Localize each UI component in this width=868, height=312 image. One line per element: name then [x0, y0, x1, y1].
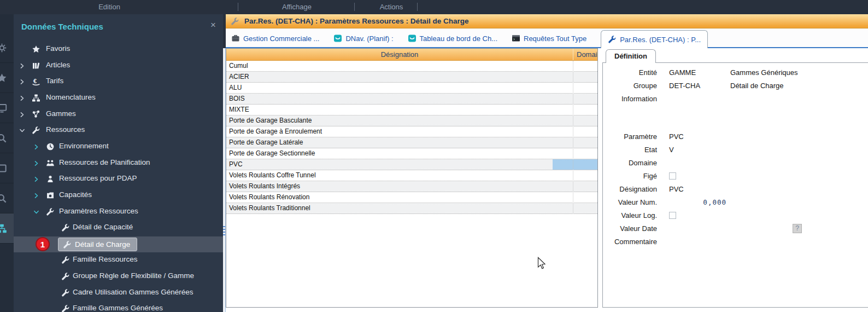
field-value-secondary: Détail de Charge: [730, 82, 784, 90]
sidebar-item-articles[interactable]: Articles: [14, 58, 223, 74]
close-icon[interactable]: ×: [210, 20, 216, 31]
field-row: EntitéGAMMEGammes Génériques: [605, 66, 867, 79]
table-row[interactable]: PVC: [226, 159, 597, 170]
checkbox-valeur-log-[interactable]: [669, 212, 676, 219]
clock-icon: [46, 142, 55, 151]
menu-item-edition[interactable]: Edition: [71, 2, 148, 13]
activity-button-window[interactable]: [0, 153, 14, 183]
chevron-right-icon[interactable]: [33, 176, 40, 183]
chevron-right-icon[interactable]: [33, 143, 40, 151]
table-row[interactable]: Porte de Garage Basculante: [226, 115, 597, 126]
books-icon: [32, 61, 40, 70]
sidebar-item-favoris[interactable]: Favoris: [14, 42, 223, 57]
nodes-icon: [32, 110, 40, 119]
sidebar-item-cadre-utilisation-gammes-générées[interactable]: Cadre Utilisation Gammes Générées: [14, 285, 223, 301]
table-row[interactable]: Porte de Garage Latérale: [226, 137, 597, 148]
field-label: Valeur Num.: [605, 198, 657, 206]
tab-label: Requêtes Tout Type: [524, 34, 587, 43]
tree-item-label: Ressources de Planification: [59, 158, 150, 166]
table-row[interactable]: Porte de Garage à Enroulement: [226, 126, 597, 137]
field-row: ParamètrePVC: [605, 130, 867, 143]
chevron-right-icon[interactable]: [19, 95, 26, 102]
activity-button-gear[interactable]: [0, 33, 14, 63]
table-row[interactable]: Cumul: [226, 61, 597, 72]
sidebar-item-environnement[interactable]: Environnement: [14, 139, 223, 155]
sitemap-icon: [32, 94, 40, 102]
tree-item-label: Famille Gammes Générées: [73, 304, 163, 312]
field-value[interactable]: PVC: [669, 185, 730, 193]
column-header-domaine[interactable]: Domaine: [573, 49, 597, 60]
tree-item-label: Paramètres Ressources: [59, 207, 138, 215]
search-icon: [0, 193, 7, 204]
sidebar-item-ressources[interactable]: Ressources: [14, 123, 223, 138]
sidebar-item-détail-de-capacité[interactable]: Détail de Capacité: [14, 220, 223, 236]
sidebar-item-tarifs[interactable]: €Tarifs: [14, 74, 223, 90]
menu-separator: [354, 3, 355, 11]
tree-item-label: Capacités: [59, 190, 92, 199]
sidebar-item-nomenclatures[interactable]: Nomenclatures: [14, 90, 223, 106]
table-row[interactable]: ALU: [226, 83, 597, 94]
sidebar-item-paramètres-ressources[interactable]: Paramètres Ressources: [14, 204, 223, 220]
sidebar-item-famille-gammes-générées[interactable]: Famille Gammes Générées: [14, 301, 223, 312]
sidebar-item-groupe-règle-de-flexibilite-gamme[interactable]: Groupe Règle de Flexibilite / Gamme: [14, 269, 223, 285]
tab-definition[interactable]: Définition: [606, 49, 656, 63]
sidebar-item-ressources-pour-pdap[interactable]: Ressources pour PDAP: [14, 171, 223, 187]
cell-designation: Volets Roulants Intégrés: [229, 182, 300, 190]
wrench-icon: [61, 304, 70, 312]
cell-designation: Volets Roulants Rénovation: [229, 193, 309, 201]
table-row[interactable]: Porte de Garage Sectionnelle: [226, 148, 597, 159]
table-row[interactable]: Volets Roulants Intégrés: [226, 181, 597, 192]
chevron-right-icon[interactable]: [19, 78, 26, 85]
chevron-right-icon[interactable]: [33, 192, 40, 199]
chevron-right-icon[interactable]: [33, 160, 40, 167]
activity-button-monitor[interactable]: [0, 93, 14, 123]
menu-item-actions[interactable]: Actions: [358, 2, 425, 13]
field-spacer: [605, 105, 867, 130]
table-row[interactable]: BOIS: [226, 94, 597, 105]
field-value[interactable]: V: [669, 146, 730, 154]
checkbox-figé[interactable]: [669, 172, 676, 180]
chevron-down-icon[interactable]: [33, 209, 40, 216]
mouse-cursor-icon: [537, 257, 546, 270]
tab-tableau-de-bord-de-ch[interactable]: Tableau de bord de Ch...: [408, 34, 497, 43]
tab-dnav-planif[interactable]: DNav. (Planif) :: [333, 34, 393, 43]
activity-button-star[interactable]: [0, 63, 14, 93]
wrench-icon: [231, 17, 239, 26]
tab-requ-tes-tout-type[interactable]: Requêtes Tout Type: [512, 34, 587, 43]
date-picker-button[interactable]: ?: [793, 224, 802, 233]
column-header-designation[interactable]: Désignation: [226, 49, 573, 60]
field-value[interactable]: PVC: [669, 132, 730, 141]
sidebar-item-famille-ressources[interactable]: Famille Ressources: [14, 252, 223, 268]
tab-par-res-det-cha-p[interactable]: Par.Res. (DET-CHA) : P...: [601, 30, 708, 48]
tab-label: DNav. (Planif) :: [345, 34, 393, 43]
menu-item-affichage[interactable]: Affichage: [261, 2, 332, 13]
sidebar-item-ressources-de-planification[interactable]: Ressources de Planification: [14, 155, 223, 171]
selected-cell[interactable]: [553, 159, 597, 170]
chevron-right-icon[interactable]: [19, 111, 26, 118]
table-row[interactable]: MIXTE: [226, 105, 597, 115]
sidebar-item-capacités[interactable]: Capacités: [14, 188, 223, 204]
sidebar-item-détail-de-charge[interactable]: Détail de Charge1: [14, 236, 223, 252]
field-value[interactable]: GAMME: [669, 68, 730, 77]
activity-button-search[interactable]: [0, 123, 14, 153]
field-row: GroupeDET-CHADétail de Charge: [605, 79, 867, 92]
selected-item-box[interactable]: Détail de Charge: [58, 238, 137, 251]
table-row[interactable]: Volets Roulants Rénovation: [226, 192, 597, 203]
wrench-icon: [608, 35, 617, 44]
field-value-numeric[interactable]: 0,000: [669, 198, 726, 206]
sidebar-item-gammes[interactable]: Gammes: [14, 107, 223, 123]
field-label: Paramètre: [605, 132, 657, 141]
chevron-right-icon[interactable]: [19, 62, 26, 70]
table-row[interactable]: ACIER: [226, 72, 597, 83]
document-title-bar: Par.Res. (DET-CHA) : Paramètres Ressourc…: [226, 14, 868, 28]
activity-button-search[interactable]: [0, 183, 14, 213]
table-row[interactable]: Volets Roulants Traditionnel: [226, 203, 597, 214]
field-value[interactable]: DET-CHA: [669, 82, 730, 90]
table-row[interactable]: Volets Roulants Coffre Tunnel: [226, 170, 597, 181]
monitor-icon: [0, 103, 7, 113]
field-label: Etat: [605, 146, 657, 154]
tab-gestion-commerciale[interactable]: Gestion Commerciale ...: [231, 34, 319, 43]
star-icon: [32, 45, 40, 54]
activity-button-sitemap[interactable]: [0, 213, 14, 244]
chevron-down-icon[interactable]: [19, 127, 26, 134]
